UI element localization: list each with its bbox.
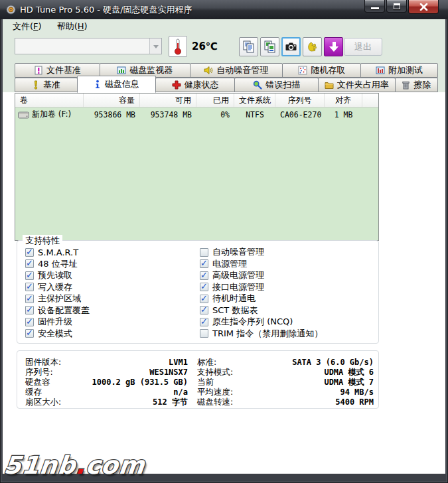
camera-icon <box>284 40 298 54</box>
drive-icon <box>18 111 29 119</box>
folder-usage-icon <box>325 80 334 90</box>
noise-management-icon <box>204 66 213 75</box>
info-supported-mode: 支持模式:UDMA 模式 6 <box>197 367 374 377</box>
benchmark-icon <box>32 80 40 90</box>
feature-security-mode[interactable]: 安全模式 <box>25 328 191 339</box>
column-serial[interactable]: 序列号 <box>275 94 325 107</box>
table-row[interactable]: 新加卷 (F:) 953866 MB 953748 MB 0% NTFS CA0… <box>15 107 378 121</box>
checkbox-icon[interactable] <box>25 248 34 257</box>
info-firmware: 固件版本:LVM1 <box>25 357 188 367</box>
menu-bar: 文件(F) 帮助(H) <box>3 19 445 33</box>
checkbox-icon[interactable] <box>200 306 208 314</box>
title-bar[interactable]: HD Tune Pro 5.60 - 硬盘/固态硬盘实用程序 <box>0 0 448 19</box>
volume-used: 0% <box>196 110 234 119</box>
tab-noise-management[interactable]: 自动噪音管理 <box>190 63 283 78</box>
feature-power-management[interactable]: 电源管理 <box>200 259 374 269</box>
info-capacity: 硬盘容1000.2 gB (931.5 GB) <box>25 377 188 387</box>
feature-trim[interactable]: TRIM 指令（禁用删除通知） <box>200 328 374 339</box>
copy-report-button[interactable] <box>239 37 258 56</box>
screenshot-button[interactable] <box>281 37 301 56</box>
thermometer-icon <box>173 38 183 55</box>
features-column-right: 自动噪音管理 电源管理 高级电源管理 接口电源管理 待机时通电 SCT 数据表 … <box>200 247 374 339</box>
checkbox-icon[interactable] <box>200 295 208 303</box>
volume-free: 953748 MB <box>140 110 196 119</box>
volumes-table-header: 卷 容量 可用 已用 文件系统 序列号 对齐 <box>15 94 378 107</box>
hd-tune-window: HD Tune Pro 5.60 - 硬盘/固态硬盘实用程序 文件(F) 帮助(… <box>0 0 448 483</box>
checkbox-icon[interactable] <box>25 306 34 314</box>
column-volume[interactable]: 卷 <box>15 94 84 107</box>
window-title: HD Tune Pro 5.60 - 硬盘/固态硬盘实用程序 <box>20 0 192 19</box>
tab-random-access[interactable]: 随机存取 <box>282 63 361 78</box>
feature-interface-power[interactable]: 接口电源管理 <box>200 282 374 293</box>
info-average-speed: 平均速度:94 MB/s <box>197 387 374 397</box>
checkbox-icon[interactable] <box>200 271 208 280</box>
restore-button[interactable] <box>386 0 407 13</box>
file-benchmark-icon <box>34 66 43 75</box>
checkbox-icon[interactable] <box>25 329 34 338</box>
feature-apm[interactable]: 高级电源管理 <box>200 270 374 281</box>
checkbox-icon[interactable] <box>25 295 34 303</box>
save-results-button[interactable] <box>324 37 343 56</box>
disk-info-icon <box>94 80 102 89</box>
checkbox-icon[interactable] <box>200 259 208 268</box>
feature-ncq[interactable]: 原生指令序列 (NCQ) <box>200 316 374 327</box>
feature-readahead[interactable]: 预先读取 <box>25 270 191 281</box>
column-alignment[interactable]: 对齐 <box>325 94 362 107</box>
checkbox-icon[interactable] <box>25 271 34 280</box>
info-standard: 标准:SATA 3 (6.0 Gb/s) <box>197 357 374 367</box>
drive-info-group: 固件版本:LVM1 序列号:WES1NSX7 硬盘容1000.2 gB (931… <box>17 350 379 409</box>
feature-48bit[interactable]: 48 位寻址 <box>25 259 191 269</box>
checkbox-icon[interactable] <box>25 259 34 268</box>
restore-icon <box>394 3 400 9</box>
copy-screenshot-button[interactable] <box>260 37 279 56</box>
volume-serial: CA06-E270 <box>275 110 325 119</box>
checkbox-icon[interactable] <box>200 329 208 338</box>
menu-help[interactable]: 帮助(H) <box>51 19 94 34</box>
tab-extra-tests[interactable]: 附加测试 <box>360 63 438 78</box>
exit-button[interactable]: 退出 <box>344 38 382 56</box>
group-title: 支持特性 <box>23 235 62 247</box>
info-cache: 缓存n/a <box>25 387 188 397</box>
menu-file[interactable]: 文件(F) <box>7 19 48 34</box>
tab-benchmark[interactable]: 基准 <box>15 78 78 92</box>
feature-firmware-upgrade[interactable]: 固件升级 <box>25 316 191 327</box>
info-serial: 序列号:WES1NSX7 <box>25 367 188 377</box>
minimize-button[interactable] <box>364 0 385 13</box>
feature-writecache[interactable]: 写入缓存 <box>25 282 191 293</box>
donate-icon <box>305 40 319 54</box>
column-filler <box>362 94 378 107</box>
column-used[interactable]: 已用 <box>196 94 234 107</box>
volume-capacity: 953866 MB <box>84 110 140 119</box>
info-sector-size: 扇区大小:512 字节 <box>25 397 188 407</box>
checkbox-icon[interactable] <box>25 283 34 291</box>
tab-error-scan[interactable]: 错误扫描 <box>234 78 319 92</box>
column-capacity[interactable]: 容量 <box>84 94 140 107</box>
feature-aam[interactable]: 自动噪音管理 <box>200 247 374 257</box>
temperature-button[interactable] <box>169 36 187 57</box>
temperature-value: 26℃ <box>192 40 218 52</box>
feature-smart[interactable]: S.M.A.R.T <box>25 247 191 257</box>
copy-screenshot-icon <box>263 40 277 54</box>
feature-sct[interactable]: SCT 数据表 <box>200 305 374 316</box>
checkbox-icon[interactable] <box>200 283 208 291</box>
drive-select-dropdown[interactable]: ATA ST1000LM035-1RK1 (1000 gB) <box>15 38 162 54</box>
close-button[interactable] <box>408 0 439 14</box>
checkbox-icon[interactable] <box>200 318 208 326</box>
checkbox-icon[interactable] <box>200 248 208 257</box>
tab-disk-info[interactable]: 磁盘信息 <box>77 76 156 93</box>
chevron-down-icon <box>149 38 161 54</box>
tab-row-bottom: 基准 磁盘信息 健康状态 错误扫描 文件夹占用率 擦除 <box>15 78 438 92</box>
column-free[interactable]: 可用 <box>140 94 196 107</box>
tab-health-status[interactable]: 健康状态 <box>155 78 236 92</box>
donate-button[interactable] <box>303 37 322 56</box>
tab-folder-usage[interactable]: 文件夹占用率 <box>318 78 396 92</box>
feature-power-up-standby[interactable]: 待机时通电 <box>200 293 374 304</box>
feature-hpa[interactable]: 主保护区域 <box>25 293 191 304</box>
column-filesystem[interactable]: 文件系统 <box>234 94 275 107</box>
watermark-51nb: 51nb.com <box>3 451 147 480</box>
tab-erase[interactable]: 擦除 <box>395 78 438 92</box>
checkbox-icon[interactable] <box>25 318 34 326</box>
supported-features-group: 支持特性 S.M.A.R.T 48 位寻址 预先读取 写入缓存 主保护区域 设备… <box>17 240 379 344</box>
feature-dco[interactable]: 设备配置覆盖 <box>25 305 191 316</box>
error-scan-icon <box>253 80 262 90</box>
